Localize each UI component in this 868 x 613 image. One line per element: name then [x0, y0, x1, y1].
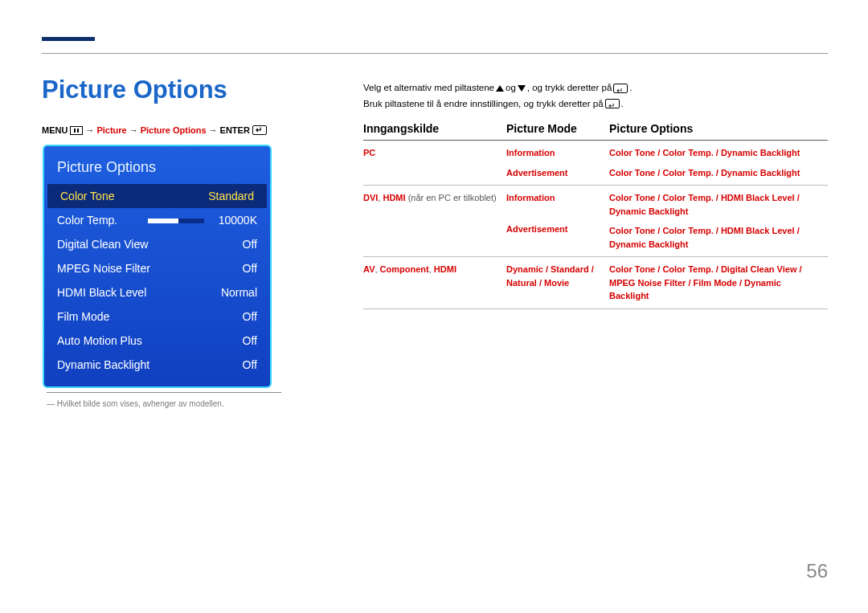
intro-line-2: Bruk piltastene til å endre innstillinge… — [363, 96, 824, 112]
slider-track[interactable] — [148, 219, 204, 223]
osd-row-hdmi-black-level[interactable]: HDMI Black Level Normal — [44, 280, 270, 304]
source-av: AV — [363, 264, 375, 274]
osd-value: Off — [243, 334, 257, 347]
intro-text-part: . — [629, 80, 632, 96]
menu-icon — [70, 126, 83, 135]
source-pc: PC — [363, 148, 375, 157]
breadcrumb-picture-options: Picture Options — [141, 125, 207, 135]
breadcrumb-enter: ENTER — [220, 125, 250, 135]
intro-text-part: Velg et alternativ med piltastene — [363, 80, 494, 96]
table-header: Inngangskilde Picture Mode Picture Optio… — [363, 122, 828, 141]
osd-row-auto-motion-plus[interactable]: Auto Motion Plus Off — [44, 329, 270, 353]
osd-row-dynamic-backlight[interactable]: Dynamic Backlight Off — [44, 353, 270, 377]
enter-icon — [613, 84, 628, 93]
breadcrumb-picture: Picture — [96, 125, 126, 135]
cell-mode: Information Advertisement — [506, 146, 609, 179]
table-row: PC Information Advertisement Color Tone … — [363, 141, 828, 186]
osd-label: Film Mode — [57, 310, 109, 323]
osd-row-color-tone[interactable]: Color Tone Standard — [47, 184, 267, 208]
source-hdmi: HDMI — [383, 193, 405, 202]
footnote: ― Hvilket bilde som vises, avhenger av m… — [47, 392, 281, 408]
table-header-source: Inngangskilde — [363, 122, 506, 135]
osd-value: Normal — [221, 286, 257, 299]
osd-title: Picture Options — [44, 156, 270, 184]
osd-label: HDMI Black Level — [57, 286, 146, 299]
options-table: Inngangskilde Picture Mode Picture Optio… — [363, 122, 828, 309]
table-header-options: Picture Options — [609, 122, 828, 135]
intro-line-1: Velg et alternativ med piltastene og , o… — [363, 80, 824, 96]
osd-slider-group: 10000K — [148, 214, 257, 227]
mode-advertisement: Advertisement — [506, 166, 601, 180]
breadcrumb-arrow-1: → — [85, 125, 94, 135]
osd-label: MPEG Noise Filter — [57, 262, 150, 275]
section-tab-marker — [42, 37, 95, 41]
triangle-up-icon — [496, 85, 504, 92]
osd-value: Off — [243, 262, 257, 275]
triangle-down-icon — [518, 85, 526, 92]
table-row: AV, Component, HDMI Dynamic / Standard /… — [363, 257, 828, 309]
options-line: Color Tone / Color Temp. / Digital Clean… — [609, 263, 820, 303]
osd-value: Off — [243, 310, 257, 323]
intro-text-part: Bruk piltastene til å endre innstillinge… — [363, 96, 604, 112]
osd-label: Color Temp. — [57, 214, 117, 227]
cell-mode: Dynamic / Standard / Natural / Movie — [506, 263, 609, 303]
options-line: Color Tone / Color Temp. / Dynamic Backl… — [609, 166, 820, 180]
table-header-mode: Picture Mode — [506, 122, 609, 135]
intro-text-part: og — [506, 80, 516, 96]
cell-options: Color Tone / Color Temp. / HDMI Black Le… — [609, 191, 828, 251]
top-divider — [42, 53, 828, 54]
cell-mode: Information Advertisement — [506, 191, 609, 251]
enter-icon — [252, 125, 267, 135]
options-line: Color Tone / Color Temp. / HDMI Black Le… — [609, 191, 820, 218]
osd-label: Auto Motion Plus — [57, 334, 142, 347]
source-hdmi: HDMI — [434, 264, 457, 274]
breadcrumb-arrow-3: → — [209, 125, 218, 135]
breadcrumb-arrow-2: → — [129, 125, 138, 135]
osd-row-color-temp[interactable]: Color Temp. 10000K — [44, 208, 270, 232]
osd-value: Standard — [208, 190, 254, 202]
mode-information: Information — [506, 146, 601, 160]
osd-label: Color Tone — [60, 190, 114, 202]
osd-row-mpeg-noise-filter[interactable]: MPEG Noise Filter Off — [44, 256, 270, 280]
osd-value: Off — [243, 358, 257, 371]
cell-source: AV, Component, HDMI — [363, 263, 506, 303]
osd-label: Digital Clean View — [57, 238, 148, 251]
slider-fill — [148, 219, 179, 223]
options-line: Color Tone / Color Temp. / Dynamic Backl… — [609, 146, 820, 160]
enter-icon — [605, 99, 620, 108]
page-number: 56 — [806, 560, 828, 582]
breadcrumb: MENU → Picture → Picture Options → ENTER — [42, 125, 267, 135]
mode-list: Dynamic / Standard / Natural / Movie — [506, 263, 601, 289]
osd-row-digital-clean-view[interactable]: Digital Clean View Off — [44, 232, 270, 256]
intro-text-part: . — [621, 96, 624, 112]
intro-text: Velg et alternativ med piltastene og , o… — [363, 80, 824, 112]
cell-options: Color Tone / Color Temp. / Dynamic Backl… — [609, 146, 828, 179]
mode-information: Information — [506, 191, 601, 205]
source-dvi: DVI — [363, 193, 378, 202]
osd-panel: Picture Options Color Tone Standard Colo… — [43, 145, 272, 388]
page-title: Picture Options — [42, 76, 227, 104]
table-row: DVI, HDMI (når en PC er tilkoblet) Infor… — [363, 186, 828, 257]
osd-value: 10000K — [219, 214, 257, 227]
table-body: PC Information Advertisement Color Tone … — [363, 141, 828, 309]
intro-text-part: , og trykk deretter på — [527, 80, 612, 96]
osd-value: Off — [243, 238, 257, 251]
cell-source: PC — [363, 146, 506, 179]
mode-advertisement: Advertisement — [506, 223, 601, 236]
source-component: Component — [380, 264, 429, 274]
cell-options: Color Tone / Color Temp. / Digital Clean… — [609, 263, 828, 303]
options-line: Color Tone / Color Temp. / HDMI Black Le… — [609, 224, 820, 251]
osd-row-film-mode[interactable]: Film Mode Off — [44, 304, 270, 329]
cell-source: DVI, HDMI (når en PC er tilkoblet) — [363, 191, 506, 251]
osd-label: Dynamic Backlight — [57, 358, 149, 371]
breadcrumb-menu: MENU — [42, 125, 68, 135]
source-note: (når en PC er tilkoblet) — [406, 193, 497, 202]
